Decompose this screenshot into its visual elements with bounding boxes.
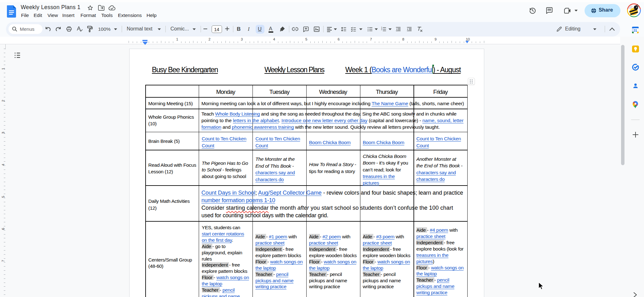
svg-text:31: 31 (634, 29, 637, 32)
svg-text:2: 2 (381, 28, 382, 30)
